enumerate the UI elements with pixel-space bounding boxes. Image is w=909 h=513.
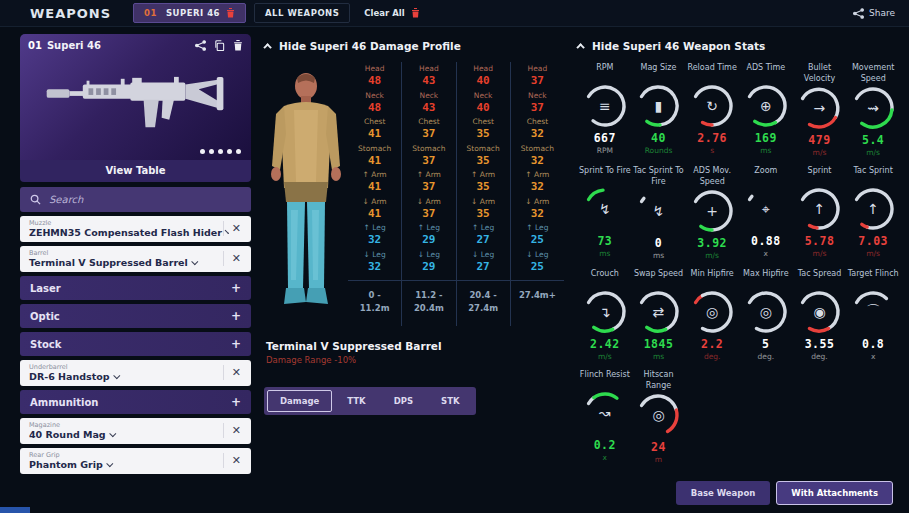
hitscan-icon: ◎: [635, 392, 681, 438]
weapon-tabs: 01 SUPERI 46 ALL WEAPONS Clear All: [133, 3, 853, 23]
chevron-down-icon: [106, 460, 113, 467]
stat-gauge: ⌖: [743, 186, 789, 232]
sprint-icon: ↑: [796, 186, 842, 232]
damage-profile-title: Hide Superi 46 Damage Profile: [279, 40, 461, 52]
stat-gauge: →: [796, 85, 842, 131]
attachment-slot-barrel[interactable]: BarrelTerminal V Suppressed Barrel✕: [20, 246, 251, 272]
attachment-category-stock[interactable]: Stock+: [20, 332, 251, 356]
damage-mode-tab-damage[interactable]: Damage: [267, 390, 332, 412]
ads-move-icon: +: [689, 188, 735, 234]
stat-tac-sprint-to-fire: Tac Sprint To Fire↯0ms: [633, 163, 685, 260]
stat-ads-time: ADS Time⊕169ms: [740, 60, 792, 157]
add-attachment-icon[interactable]: +: [231, 337, 241, 351]
attachment-category-label: Stock: [30, 339, 61, 350]
remove-attachment-button[interactable]: ✕: [223, 251, 243, 266]
stat-gauge: ◉: [796, 289, 842, 335]
attachment-category: Barrel: [29, 249, 223, 257]
damage-column: Head43Neck43Chest37Stomach37↑ Arm37↓ Arm…: [401, 62, 455, 326]
carousel-dot[interactable]: [200, 149, 205, 154]
add-attachment-icon[interactable]: +: [231, 281, 241, 295]
carousel-dot[interactable]: [209, 149, 214, 154]
carousel-dots[interactable]: [200, 149, 241, 154]
tab-label: SUPERI 46: [166, 8, 220, 18]
stat-label: Tac Sprint To Fire: [633, 163, 685, 187]
weapon-stats-title: Hide Superi 46 Weapon Stats: [592, 40, 765, 52]
view-table-button[interactable]: View Table: [20, 160, 251, 182]
stat-gauge: ≡: [582, 83, 628, 129]
stat-label: Sprint: [808, 163, 832, 185]
stat-swap-speed: Swap Speed⇄1845ms: [633, 266, 685, 361]
stat-sprint-to-fire: Sprint To Fire↯73ms: [579, 163, 631, 260]
share-button[interactable]: Share: [853, 8, 895, 19]
base-weapon-button[interactable]: Base Weapon: [676, 481, 771, 505]
damage-column: Head37Neck37Chest32Stomach32↑ Arm32↓ Arm…: [510, 62, 564, 326]
remove-attachment-button[interactable]: ✕: [223, 221, 243, 236]
tab-all-weapons[interactable]: ALL WEAPONS: [254, 3, 350, 23]
clear-all-button[interactable]: Clear All: [358, 4, 425, 22]
tab-superi-46[interactable]: 01 SUPERI 46: [133, 3, 246, 23]
carousel-dot[interactable]: [218, 149, 223, 154]
weapon-stats-panel: Hide Superi 46 Weapon Stats RPM≡667RPMMa…: [577, 34, 901, 513]
search-input[interactable]: Search: [49, 194, 83, 205]
search-bar[interactable]: Search: [20, 187, 251, 212]
damage-mode-tab-ttk[interactable]: TTK: [334, 390, 378, 412]
remove-attachment-button[interactable]: ✕: [223, 453, 243, 468]
carousel-dot[interactable]: [236, 149, 241, 154]
stat-unit: m: [655, 455, 662, 464]
add-attachment-icon[interactable]: +: [231, 309, 241, 323]
chevron-down-icon: [109, 430, 116, 437]
stat-unit: m/s: [866, 249, 880, 258]
attachment-slot-muzzle[interactable]: MuzzleZEHMN35 Compensated Flash Hider✕: [20, 216, 251, 242]
attachment-slot-magazine[interactable]: Magazine40 Round Mag✕: [20, 418, 251, 444]
damage-cell-head: Head48: [348, 64, 401, 91]
stat-value: 169: [755, 131, 777, 145]
add-attachment-icon[interactable]: +: [231, 395, 241, 409]
damage-cell-arm: ↓ Arm32: [511, 197, 564, 224]
stat-label: Target Flinch: [848, 266, 899, 288]
damage-cell-neck: Neck43: [402, 91, 455, 118]
damage-cell-neck: Neck40: [457, 91, 510, 118]
attachment-category: Magazine: [29, 421, 223, 429]
trash-icon[interactable]: [226, 8, 235, 18]
trash-icon[interactable]: [233, 40, 243, 51]
stat-unit: m/s: [866, 148, 880, 157]
swap-icon: ⇄: [635, 289, 681, 335]
stat-unit: RPM: [597, 146, 613, 155]
share-icon[interactable]: [195, 40, 206, 51]
stat-ads-mov-speed: ADS Mov. Speed+3.92m/s: [686, 163, 738, 260]
trash-icon: [411, 8, 420, 18]
horizontal-scrollbar-thumb[interactable]: [0, 507, 30, 513]
stat-gauge: ↑: [850, 186, 896, 232]
damage-profile-header[interactable]: Hide Superi 46 Damage Profile: [264, 36, 564, 60]
stat-reload-time: Reload Time↻2.76s: [686, 60, 738, 157]
damage-cell-leg: ↓ Leg29: [402, 250, 455, 277]
damage-cell-leg: ↑ Leg27: [457, 223, 510, 250]
attachment-category-laser[interactable]: Laser+: [20, 276, 251, 300]
stat-unit: m/s: [598, 352, 612, 361]
share-label: Share: [869, 8, 895, 18]
carousel-dot[interactable]: [227, 149, 232, 154]
attachment-category-ammunition[interactable]: Ammunition+: [20, 390, 251, 414]
attachment-category-optic[interactable]: Optic+: [20, 304, 251, 328]
remove-attachment-button[interactable]: ✕: [223, 423, 243, 438]
stat-value: 2.2: [701, 337, 723, 351]
attachment-slot-underbarrel[interactable]: UnderbarrelDR-6 Handstop✕: [20, 360, 251, 386]
search-icon: [30, 194, 41, 205]
attachment-slot-rear-grip[interactable]: Rear GripPhantom Grip✕: [20, 448, 251, 474]
attachment-category: Underbarrel: [29, 363, 223, 371]
stat-unit: Rounds: [645, 146, 673, 155]
scope-icon: ⊕: [743, 83, 789, 129]
stat-value: 7.03: [858, 234, 888, 248]
stat-bullet-velocity: Bullet Velocity→479m/s: [794, 60, 846, 157]
weapon-stats-header[interactable]: Hide Superi 46 Weapon Stats: [577, 36, 901, 60]
copy-icon[interactable]: [214, 40, 225, 51]
attachment-list: MuzzleZEHMN35 Compensated Flash Hider✕Ba…: [20, 216, 251, 474]
stat-gauge: ◎: [689, 289, 735, 335]
remove-attachment-button[interactable]: ✕: [223, 365, 243, 380]
damage-cell-chest: Chest37: [402, 117, 455, 144]
damage-mode-tab-stk[interactable]: STK: [428, 390, 473, 412]
sprint-fire-icon: ↯: [582, 186, 628, 232]
damage-mode-tab-dps[interactable]: DPS: [381, 390, 426, 412]
with-attachments-button[interactable]: With Attachments: [776, 481, 893, 505]
attachment-info: MuzzleZEHMN35 Compensated Flash Hider: [29, 219, 223, 238]
